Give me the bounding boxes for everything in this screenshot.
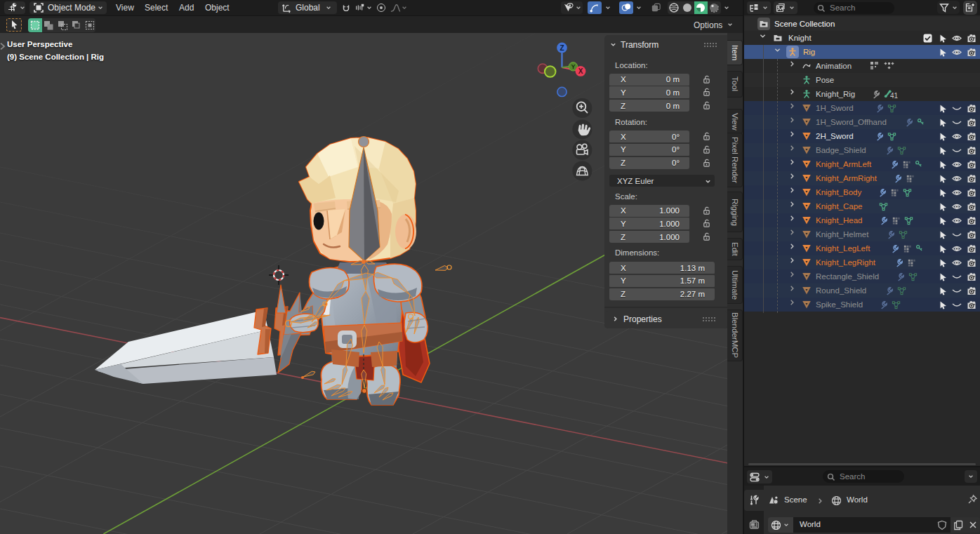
svg-text:Z: Z: [559, 44, 564, 52]
svg-text:X: X: [578, 67, 583, 75]
svg-text:Y: Y: [571, 63, 575, 70]
